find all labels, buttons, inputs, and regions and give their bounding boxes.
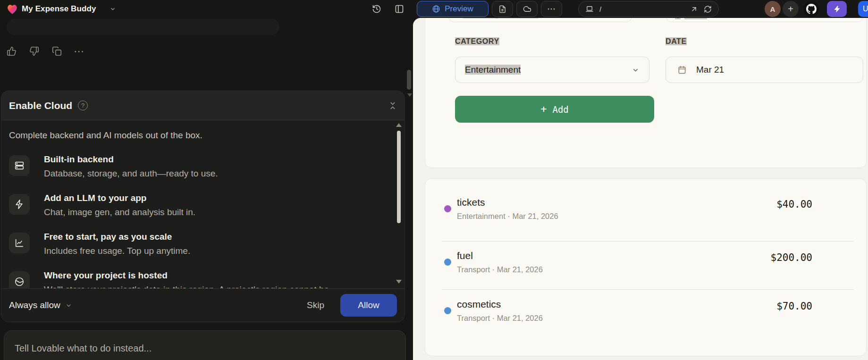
feature-item: Free to start, pay as you scale Includes… bbox=[9, 230, 376, 258]
dialog-scrollbar-thumb[interactable] bbox=[397, 131, 401, 223]
file-icon bbox=[498, 5, 506, 13]
dialog-title: Enable Cloud bbox=[9, 100, 72, 111]
allow-button[interactable]: Allow bbox=[340, 294, 397, 317]
cloud-button[interactable] bbox=[516, 1, 538, 17]
feature-title: Where your project is hosted bbox=[44, 268, 329, 283]
dialog-intro: Complete backend and AI models out of th… bbox=[9, 129, 376, 142]
plus-icon: + bbox=[788, 4, 793, 15]
github-icon bbox=[806, 4, 817, 14]
expense-meta: Transport · Mar 21, 2026 bbox=[457, 314, 543, 323]
description-placeholder: Coffee, groceries... bbox=[463, 18, 539, 19]
history-icon[interactable] bbox=[372, 4, 381, 14]
expense-meta: Transport · Mar 21, 2026 bbox=[457, 265, 543, 274]
dialog-header: Enable Cloud ? bbox=[1, 91, 405, 120]
preview-label: Preview bbox=[445, 4, 473, 14]
dialog-body: Complete backend and AI models out of th… bbox=[1, 120, 405, 288]
chat-scrollbar-down[interactable] bbox=[407, 93, 412, 97]
skip-button[interactable]: Skip bbox=[307, 300, 324, 310]
description-input[interactable]: Coffee, groceries... bbox=[448, 18, 632, 22]
app-preview-pane: Coffee, groceries... $ 0.00 CATEGORY DAT… bbox=[413, 18, 868, 360]
dialog-footer: Always allow Skip Allow bbox=[1, 288, 405, 322]
add-expense-button[interactable]: + Add bbox=[455, 96, 654, 123]
feature-item: Add an LLM to your app Chat, image gen, … bbox=[9, 191, 376, 219]
expense-amount: $70.00 bbox=[776, 301, 812, 312]
chat-composer[interactable]: Tell Lovable what to do instead... bbox=[4, 330, 406, 360]
category-dot bbox=[444, 307, 451, 314]
lovable-logo bbox=[6, 2, 19, 16]
always-allow-dropdown[interactable]: Always allow bbox=[9, 300, 72, 310]
credits-button[interactable] bbox=[827, 1, 847, 17]
enable-cloud-dialog: Enable Cloud ? Complete backend and AI m… bbox=[1, 91, 405, 322]
feature-title: Built-in backend bbox=[44, 152, 218, 167]
refresh-icon[interactable] bbox=[704, 5, 712, 13]
expense-name: cosmetics bbox=[457, 299, 501, 310]
feature-item: Built-in backend Database, storage, and … bbox=[9, 152, 376, 181]
row-divider bbox=[442, 241, 854, 242]
avatar[interactable]: A bbox=[765, 1, 781, 17]
row-divider bbox=[442, 289, 854, 290]
project-title[interactable]: My Expense Buddy bbox=[22, 4, 96, 14]
expense-amount: $40.00 bbox=[776, 199, 812, 210]
plus-icon: + bbox=[540, 103, 547, 115]
dialog-scrollbar-down[interactable] bbox=[396, 280, 402, 284]
category-label: CATEGORY bbox=[455, 37, 499, 46]
more-icon: ⋯ bbox=[547, 4, 556, 14]
date-value: Mar 21 bbox=[696, 65, 724, 75]
expense-name: tickets bbox=[457, 197, 485, 208]
add-label: Add bbox=[552, 104, 568, 115]
date-picker[interactable]: Mar 21 bbox=[666, 57, 863, 83]
expense-amount: $200.00 bbox=[770, 252, 812, 263]
cloud-icon bbox=[523, 5, 531, 13]
chevron-down-icon bbox=[65, 302, 72, 309]
backend-icon bbox=[9, 155, 30, 176]
expense-form-card: Coffee, groceries... $ 0.00 CATEGORY DAT… bbox=[425, 18, 867, 168]
amount-value: $ 0.00 bbox=[675, 18, 707, 19]
publish-button[interactable]: U bbox=[858, 1, 868, 17]
feature-desc: We'll store your project's data in this … bbox=[44, 283, 329, 288]
chat-message-bubble bbox=[7, 19, 279, 35]
collapse-icon[interactable] bbox=[388, 101, 397, 110]
always-allow-label: Always allow bbox=[9, 300, 60, 310]
chevron-down-icon bbox=[632, 66, 640, 74]
expense-list-card: tickets Entertainment · Mar 21, 2026 $40… bbox=[425, 178, 867, 356]
expense-name: fuel bbox=[457, 250, 473, 261]
thumbs-down-icon[interactable] bbox=[29, 46, 39, 56]
help-icon[interactable]: ? bbox=[78, 100, 88, 110]
chevron-down-icon[interactable] bbox=[110, 6, 116, 12]
feature-desc: Chat, image gen, and analysis built in. bbox=[44, 205, 195, 219]
chat-scrollbar-thumb[interactable] bbox=[407, 70, 411, 90]
category-dot bbox=[444, 205, 451, 212]
top-bar: My Expense Buddy Preview ⋯ / A + U bbox=[0, 0, 868, 18]
usage-chart-icon bbox=[9, 233, 30, 253]
category-select[interactable]: Entertainment bbox=[455, 57, 649, 83]
chat-panel: ⋯ Enable Cloud ? Complete backend and AI… bbox=[0, 18, 413, 360]
feature-item: Where your project is hosted We'll store… bbox=[9, 268, 376, 288]
feature-title: Free to start, pay as you scale bbox=[44, 230, 190, 244]
url-bar[interactable]: / bbox=[578, 1, 719, 17]
code-file-button[interactable] bbox=[492, 1, 513, 17]
panel-toggle-icon[interactable] bbox=[395, 4, 404, 14]
date-label: DATE bbox=[666, 37, 687, 46]
calendar-icon bbox=[677, 65, 687, 75]
amount-input[interactable]: $ 0.00 bbox=[666, 18, 863, 22]
hosting-globe-icon bbox=[9, 271, 30, 288]
feature-desc: Database, storage, and auth—ready to use… bbox=[44, 167, 218, 181]
copy-icon[interactable] bbox=[52, 46, 62, 56]
message-more-icon[interactable]: ⋯ bbox=[74, 46, 84, 56]
feature-title: Add an LLM to your app bbox=[44, 191, 195, 205]
composer-placeholder: Tell Lovable what to do instead... bbox=[15, 343, 395, 354]
more-options-button[interactable]: ⋯ bbox=[541, 1, 562, 17]
add-project-button[interactable]: + bbox=[783, 1, 799, 17]
globe-icon bbox=[432, 5, 440, 13]
laptop-icon bbox=[585, 5, 594, 13]
dialog-scrollbar-up[interactable] bbox=[396, 123, 402, 127]
github-button[interactable] bbox=[803, 1, 819, 17]
category-dot bbox=[444, 259, 451, 266]
lightning-icon bbox=[833, 5, 841, 13]
preview-button[interactable]: Preview bbox=[417, 1, 489, 17]
feature-desc: Includes free usage. Top up anytime. bbox=[44, 244, 190, 258]
external-link-icon[interactable] bbox=[690, 5, 698, 13]
llm-lightning-icon bbox=[9, 194, 30, 215]
expense-meta: Entertainment · Mar 21, 2026 bbox=[457, 212, 558, 221]
thumbs-up-icon[interactable] bbox=[7, 46, 17, 56]
